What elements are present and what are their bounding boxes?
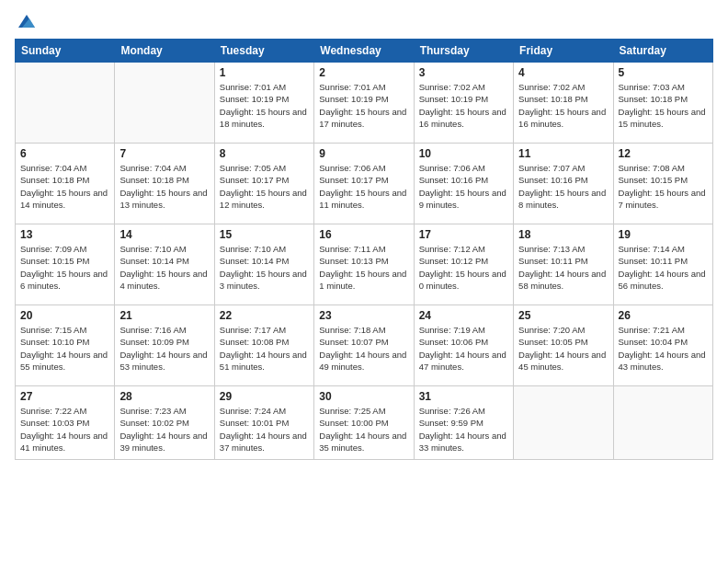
day-number: 15	[220, 228, 309, 241]
day-number: 18	[518, 228, 608, 241]
calendar-day-cell: 8Sunrise: 7:05 AM Sunset: 10:17 PM Dayli…	[214, 144, 313, 224]
calendar-day-cell: 29Sunrise: 7:24 AM Sunset: 10:01 PM Dayl…	[214, 386, 313, 460]
day-number: 12	[619, 147, 708, 160]
calendar-day-cell	[514, 386, 613, 460]
day-of-week-header: Monday	[115, 40, 214, 63]
day-info: Sunrise: 7:04 AM Sunset: 10:18 PM Daylig…	[20, 162, 109, 211]
day-number: 21	[119, 309, 209, 322]
day-info: Sunrise: 7:22 AM Sunset: 10:03 PM Daylig…	[20, 405, 109, 454]
day-number: 7	[119, 147, 209, 160]
calendar-week-row: 1Sunrise: 7:01 AM Sunset: 10:19 PM Dayli…	[16, 63, 713, 144]
day-info: Sunrise: 7:02 AM Sunset: 10:19 PM Daylig…	[419, 81, 508, 130]
calendar-week-row: 20Sunrise: 7:15 AM Sunset: 10:10 PM Dayl…	[16, 305, 713, 386]
calendar-day-cell: 15Sunrise: 7:10 AM Sunset: 10:14 PM Dayl…	[214, 224, 313, 305]
day-info: Sunrise: 7:11 AM Sunset: 10:13 PM Daylig…	[319, 243, 408, 292]
day-info: Sunrise: 7:26 AM Sunset: 9:59 PM Dayligh…	[419, 405, 508, 454]
calendar-day-cell: 1Sunrise: 7:01 AM Sunset: 10:19 PM Dayli…	[214, 63, 313, 144]
calendar-day-cell: 4Sunrise: 7:02 AM Sunset: 10:18 PM Dayli…	[514, 63, 613, 144]
day-number: 17	[419, 228, 508, 241]
day-number: 10	[419, 147, 508, 160]
day-of-week-header: Thursday	[414, 40, 513, 63]
day-number: 24	[419, 309, 508, 322]
calendar-day-cell: 22Sunrise: 7:17 AM Sunset: 10:08 PM Dayl…	[214, 305, 313, 386]
day-number: 19	[619, 228, 708, 241]
day-info: Sunrise: 7:18 AM Sunset: 10:07 PM Daylig…	[319, 324, 408, 373]
day-info: Sunrise: 7:14 AM Sunset: 10:11 PM Daylig…	[619, 243, 708, 292]
day-number: 25	[518, 309, 608, 322]
day-info: Sunrise: 7:25 AM Sunset: 10:00 PM Daylig…	[319, 405, 408, 454]
day-number: 26	[619, 309, 708, 322]
day-number: 23	[319, 309, 408, 322]
day-info: Sunrise: 7:10 AM Sunset: 10:14 PM Daylig…	[119, 243, 209, 292]
calendar-week-row: 27Sunrise: 7:22 AM Sunset: 10:03 PM Dayl…	[16, 386, 713, 460]
day-number: 11	[518, 147, 608, 160]
day-number: 2	[319, 66, 408, 79]
day-info: Sunrise: 7:21 AM Sunset: 10:04 PM Daylig…	[619, 324, 708, 373]
calendar-day-cell: 10Sunrise: 7:06 AM Sunset: 10:16 PM Dayl…	[414, 144, 513, 224]
day-info: Sunrise: 7:20 AM Sunset: 10:05 PM Daylig…	[518, 324, 608, 373]
calendar-day-cell: 26Sunrise: 7:21 AM Sunset: 10:04 PM Dayl…	[613, 305, 712, 386]
calendar-day-cell: 20Sunrise: 7:15 AM Sunset: 10:10 PM Dayl…	[16, 305, 115, 386]
day-info: Sunrise: 7:05 AM Sunset: 10:17 PM Daylig…	[220, 162, 309, 211]
calendar-week-row: 13Sunrise: 7:09 AM Sunset: 10:15 PM Dayl…	[16, 224, 713, 305]
logo	[15, 11, 37, 31]
day-of-week-header: Wednesday	[314, 40, 414, 63]
day-number: 22	[220, 309, 309, 322]
day-number: 5	[619, 66, 708, 79]
calendar-day-cell	[16, 63, 115, 144]
calendar-day-cell: 13Sunrise: 7:09 AM Sunset: 10:15 PM Dayl…	[16, 224, 115, 305]
calendar-day-cell: 16Sunrise: 7:11 AM Sunset: 10:13 PM Dayl…	[314, 224, 414, 305]
day-number: 28	[119, 390, 209, 403]
day-info: Sunrise: 7:01 AM Sunset: 10:19 PM Daylig…	[220, 81, 309, 130]
day-of-week-header: Saturday	[613, 40, 712, 63]
calendar-day-cell: 28Sunrise: 7:23 AM Sunset: 10:02 PM Dayl…	[115, 386, 214, 460]
logo-icon	[17, 11, 37, 31]
day-info: Sunrise: 7:13 AM Sunset: 10:11 PM Daylig…	[518, 243, 608, 292]
calendar-day-cell: 27Sunrise: 7:22 AM Sunset: 10:03 PM Dayl…	[16, 386, 115, 460]
calendar-day-cell: 2Sunrise: 7:01 AM Sunset: 10:19 PM Dayli…	[314, 63, 414, 144]
calendar-day-cell: 30Sunrise: 7:25 AM Sunset: 10:00 PM Dayl…	[314, 386, 414, 460]
day-info: Sunrise: 7:02 AM Sunset: 10:18 PM Daylig…	[518, 81, 608, 130]
day-number: 30	[319, 390, 408, 403]
day-number: 4	[518, 66, 608, 79]
day-info: Sunrise: 7:10 AM Sunset: 10:14 PM Daylig…	[220, 243, 309, 292]
day-of-week-header: Friday	[514, 40, 613, 63]
day-info: Sunrise: 7:16 AM Sunset: 10:09 PM Daylig…	[119, 324, 209, 373]
calendar-day-cell: 21Sunrise: 7:16 AM Sunset: 10:09 PM Dayl…	[115, 305, 214, 386]
calendar-day-cell: 6Sunrise: 7:04 AM Sunset: 10:18 PM Dayli…	[16, 144, 115, 224]
day-number: 16	[319, 228, 408, 241]
day-of-week-header: Sunday	[16, 40, 115, 63]
calendar-day-cell	[115, 63, 214, 144]
calendar-day-cell: 9Sunrise: 7:06 AM Sunset: 10:17 PM Dayli…	[314, 144, 414, 224]
day-number: 27	[20, 390, 109, 403]
day-number: 3	[419, 66, 508, 79]
calendar-day-cell: 11Sunrise: 7:07 AM Sunset: 10:16 PM Dayl…	[514, 144, 613, 224]
calendar-day-cell: 24Sunrise: 7:19 AM Sunset: 10:06 PM Dayl…	[414, 305, 513, 386]
day-info: Sunrise: 7:23 AM Sunset: 10:02 PM Daylig…	[119, 405, 209, 454]
calendar-day-cell: 23Sunrise: 7:18 AM Sunset: 10:07 PM Dayl…	[314, 305, 414, 386]
calendar-week-row: 6Sunrise: 7:04 AM Sunset: 10:18 PM Dayli…	[16, 144, 713, 224]
calendar-day-cell: 25Sunrise: 7:20 AM Sunset: 10:05 PM Dayl…	[514, 305, 613, 386]
day-number: 13	[20, 228, 109, 241]
day-info: Sunrise: 7:09 AM Sunset: 10:15 PM Daylig…	[20, 243, 109, 292]
day-number: 31	[419, 390, 508, 403]
day-info: Sunrise: 7:12 AM Sunset: 10:12 PM Daylig…	[419, 243, 508, 292]
calendar-day-cell: 12Sunrise: 7:08 AM Sunset: 10:15 PM Dayl…	[613, 144, 712, 224]
calendar-day-cell: 18Sunrise: 7:13 AM Sunset: 10:11 PM Dayl…	[514, 224, 613, 305]
day-number: 14	[119, 228, 209, 241]
day-info: Sunrise: 7:08 AM Sunset: 10:15 PM Daylig…	[619, 162, 708, 211]
day-info: Sunrise: 7:15 AM Sunset: 10:10 PM Daylig…	[20, 324, 109, 373]
calendar-day-cell: 31Sunrise: 7:26 AM Sunset: 9:59 PM Dayli…	[414, 386, 513, 460]
day-number: 9	[319, 147, 408, 160]
calendar-day-cell	[613, 386, 712, 460]
day-info: Sunrise: 7:06 AM Sunset: 10:17 PM Daylig…	[319, 162, 408, 211]
page: SundayMondayTuesdayWednesdayThursdayFrid…	[0, 0, 728, 563]
day-info: Sunrise: 7:07 AM Sunset: 10:16 PM Daylig…	[518, 162, 608, 211]
day-info: Sunrise: 7:17 AM Sunset: 10:08 PM Daylig…	[220, 324, 309, 373]
day-number: 6	[20, 147, 109, 160]
day-number: 20	[20, 309, 109, 322]
day-number: 1	[220, 66, 309, 79]
day-number: 29	[220, 390, 309, 403]
day-info: Sunrise: 7:04 AM Sunset: 10:18 PM Daylig…	[119, 162, 209, 211]
day-info: Sunrise: 7:01 AM Sunset: 10:19 PM Daylig…	[319, 81, 408, 130]
